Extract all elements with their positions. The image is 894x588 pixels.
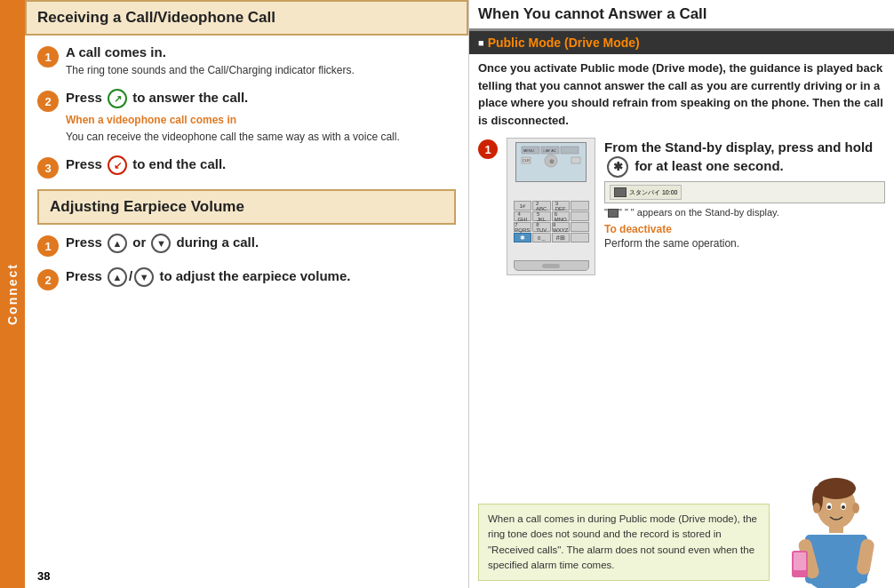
- svg-rect-18: [794, 552, 806, 570]
- display-icon: [614, 187, 627, 197]
- key-r2: [571, 211, 589, 221]
- main-content: Receiving a Call/Videophone Call 1 A cal…: [25, 0, 894, 588]
- step-1: 1 A call comes in. The ring tone sounds …: [37, 44, 456, 78]
- left-content: 1 A call comes in. The ring tone sounds …: [25, 36, 468, 564]
- key-4: 4GHI: [514, 211, 532, 221]
- right-section-title: When You cannot Answer a Call: [478, 5, 707, 22]
- svg-text:⊕: ⊕: [549, 158, 555, 164]
- svg-point-25: [852, 503, 859, 513]
- earpiece-step-2-content: Press ▲/▼ to adjust the earpiece volume.: [66, 267, 456, 290]
- key-5: 5JKL: [532, 211, 551, 221]
- step-3-content: Press ↙ to end the call.: [66, 155, 456, 178]
- phone-bottom: [514, 260, 589, 271]
- svg-point-24: [813, 503, 820, 513]
- earpiece-step-1: 1 Press ▲ or ▼ during a call.: [37, 234, 456, 257]
- step-2-content: Press ↗ to answer the call. When a video…: [66, 89, 456, 145]
- end-call-icon: ↙: [108, 155, 127, 175]
- svg-point-23: [842, 505, 845, 509]
- svg-text:CLR: CLR: [523, 158, 530, 163]
- vol-up2-icon: ▲: [108, 267, 127, 287]
- public-mode-header: ■ Public Mode (Drive Mode): [469, 31, 894, 54]
- display-text: スタンバイ 10:00: [629, 188, 677, 197]
- step-2-desc: You can receive the videophone call the …: [66, 129, 456, 145]
- step-1-desc: The ring tone sounds and the Call/Chargi…: [66, 62, 456, 78]
- person-illustration: [778, 437, 894, 588]
- right-column: When You cannot Answer a Call ■ Public M…: [469, 0, 894, 588]
- phone-screen: MENU □ AF AC ⊕ CLR: [515, 142, 587, 182]
- svg-point-22: [827, 505, 831, 509]
- black-square-icon: ■: [478, 37, 484, 48]
- earpiece-step-1-number: 1: [37, 235, 59, 257]
- section2-title: Adjusting Earpiece Volume: [50, 198, 244, 215]
- right-step-1-row: 1 MENU □ AF AC: [469, 132, 894, 281]
- step-1-content: A call comes in. The ring tone sounds an…: [66, 44, 456, 78]
- key-1: 1#: [514, 201, 532, 211]
- intro-text: Once you activate Public mode (Drive mod…: [469, 54, 894, 132]
- step-2-subtitle: When a videophone call comes in: [66, 114, 456, 126]
- right-step-1-text: From the Stand-by display, press and hol…: [604, 138, 885, 250]
- vol-down2-icon: ▼: [134, 267, 154, 287]
- phone-image: MENU □ AF AC ⊕ CLR: [507, 138, 595, 275]
- step-1-title: A call comes in.: [66, 44, 456, 60]
- key-7: 7PQRS: [514, 222, 532, 232]
- deactivate-desc: Perform the same operation.: [604, 237, 885, 250]
- key-9: 9WXYZ: [552, 222, 571, 232]
- svg-text:MENU: MENU: [523, 148, 534, 153]
- right-step-1-title: From the Stand-by display, press and hol…: [604, 138, 885, 178]
- step-3-title: Press ↙ to end the call.: [66, 155, 456, 175]
- to-deactivate-label: To deactivate: [604, 223, 885, 235]
- right-step-1-number: 1: [478, 139, 498, 159]
- info-box: When a call comes in during Public mode …: [478, 504, 770, 581]
- key-r4: [571, 233, 589, 242]
- earpiece-step-2: 2 Press ▲/▼ to adjust the earpiece volum…: [37, 267, 456, 290]
- info-area: When a call comes in during Public mode …: [469, 497, 778, 588]
- columns-layout: Receiving a Call/Videophone Call 1 A cal…: [25, 0, 894, 588]
- asterisk-button-icon: ✱: [607, 156, 628, 178]
- display-content: スタンバイ 10:00: [610, 185, 682, 200]
- page-number: 38: [25, 564, 468, 588]
- key-3: 3DEF: [552, 201, 571, 211]
- section2-header: Adjusting Earpiece Volume: [37, 189, 456, 225]
- bottom-area: When a call comes in during Public mode …: [469, 290, 894, 588]
- key-0: 0 _: [532, 233, 551, 242]
- section1-title: Receiving a Call/Videophone Call: [37, 9, 275, 26]
- step-3-number: 3: [37, 157, 59, 179]
- key-r1: [571, 201, 589, 211]
- appears-icon: [608, 209, 619, 218]
- step-2-number: 2: [37, 91, 59, 112]
- public-mode-title: Public Mode (Drive Mode): [488, 36, 640, 50]
- step-3: 3 Press ↙ to end the call.: [37, 155, 456, 179]
- step-2-title: Press ↗ to answer the call.: [66, 89, 456, 108]
- appears-text: "" " " appears on the Stand-by display.: [604, 207, 885, 218]
- right-section-header: When You cannot Answer a Call: [469, 0, 894, 31]
- left-column: Receiving a Call/Videophone Call 1 A cal…: [25, 0, 469, 588]
- sidebar-label: Connect: [5, 263, 20, 325]
- step-2: 2 Press ↗ to answer the call. When a vid…: [37, 89, 456, 145]
- earpiece-step-2-title: Press ▲/▼ to adjust the earpiece volume.: [66, 267, 456, 287]
- step-1-number: 1: [37, 46, 59, 68]
- key-star: ✱: [514, 233, 532, 242]
- earpiece-step-1-content: Press ▲ or ▼ during a call.: [66, 234, 456, 256]
- answer-call-icon: ↗: [108, 89, 127, 108]
- key-2: 2ABC: [532, 201, 551, 211]
- svg-rect-9: [571, 157, 580, 163]
- vol-down-icon: ▼: [151, 234, 171, 253]
- vol-up-icon: ▲: [108, 234, 127, 253]
- key-8: 8TUV: [532, 222, 551, 232]
- section1-header: Receiving a Call/Videophone Call: [25, 0, 468, 36]
- key-6: 6MNO: [552, 211, 571, 221]
- earpiece-step-1-title: Press ▲ or ▼ during a call.: [66, 234, 456, 253]
- svg-text:□ AF AC: □ AF AC: [543, 148, 556, 153]
- sidebar-tab: Connect: [0, 0, 25, 588]
- key-hash: #⊞: [552, 233, 571, 242]
- small-display: スタンバイ 10:00: [604, 181, 885, 203]
- earpiece-step-2-number: 2: [37, 269, 59, 290]
- svg-rect-4: [561, 147, 579, 154]
- key-r3: [571, 222, 589, 232]
